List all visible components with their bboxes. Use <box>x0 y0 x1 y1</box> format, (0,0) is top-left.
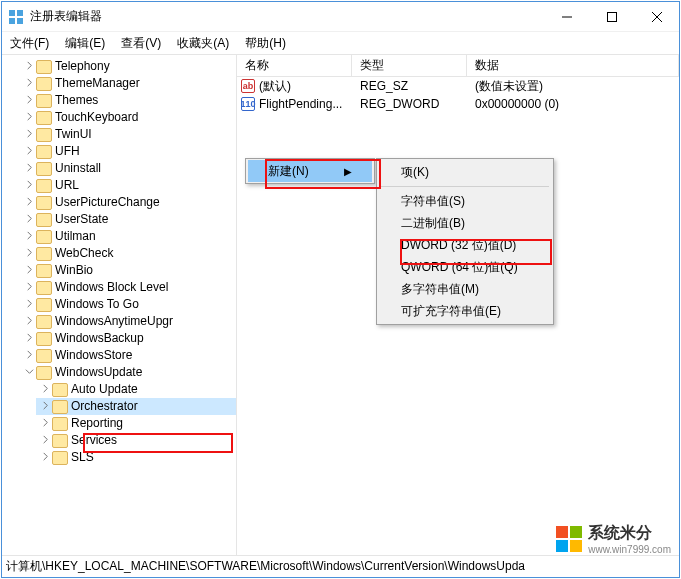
chevron-right-icon[interactable] <box>38 381 52 398</box>
tree-node[interactable]: WindowsAnytimeUpgr <box>20 313 236 330</box>
reg-value-icon: ab <box>241 79 255 93</box>
chevron-right-icon[interactable] <box>22 194 36 211</box>
folder-icon <box>36 60 52 74</box>
menu-item-string[interactable]: 字符串值(S) <box>379 190 551 212</box>
tree-node[interactable]: WebCheck <box>20 245 236 262</box>
chevron-right-icon[interactable] <box>22 347 36 364</box>
chevron-right-icon[interactable] <box>38 432 52 449</box>
chevron-right-icon[interactable] <box>22 245 36 262</box>
tree-node[interactable]: Themes <box>20 92 236 109</box>
menu-separator <box>381 186 549 187</box>
chevron-right-icon[interactable] <box>22 228 36 245</box>
chevron-right-icon[interactable] <box>22 109 36 126</box>
tree-node[interactable]: TouchKeyboard <box>20 109 236 126</box>
menu-item-label: 新建(N) <box>268 163 309 180</box>
tree-node[interactable]: URL <box>20 177 236 194</box>
tree-label: ThemeManager <box>55 75 140 92</box>
tree-pane[interactable]: TelephonyThemeManagerThemesTouchKeyboard… <box>2 55 237 555</box>
chevron-right-icon[interactable] <box>22 75 36 92</box>
svg-rect-2 <box>9 18 15 24</box>
chevron-right-icon[interactable] <box>22 330 36 347</box>
chevron-right-icon[interactable] <box>22 92 36 109</box>
value-name: (默认) <box>259 78 291 95</box>
tree-node[interactable]: Utilman <box>20 228 236 245</box>
tree-node[interactable]: TwinUI <box>20 126 236 143</box>
chevron-right-icon[interactable] <box>22 177 36 194</box>
list-pane[interactable]: 名称 类型 数据 ab(默认)REG_SZ(数值未设置)110FlightPen… <box>237 55 679 555</box>
list-header: 名称 类型 数据 <box>237 55 679 77</box>
folder-icon <box>36 94 52 108</box>
tree-node[interactable]: WindowsBackup <box>20 330 236 347</box>
chevron-right-icon[interactable] <box>22 313 36 330</box>
tree-label: UserState <box>55 211 108 228</box>
svg-rect-1 <box>17 10 23 16</box>
close-button[interactable] <box>634 2 679 31</box>
tree-label: Auto Update <box>71 381 138 398</box>
tree-label: WindowsAnytimeUpgr <box>55 313 173 330</box>
chevron-right-icon: ▶ <box>344 166 352 177</box>
chevron-right-icon[interactable] <box>38 398 52 415</box>
chevron-right-icon[interactable] <box>22 58 36 75</box>
menu-help[interactable]: 帮助(H) <box>243 33 288 54</box>
tree-label: SLS <box>71 449 94 466</box>
maximize-button[interactable] <box>589 2 634 31</box>
menu-edit[interactable]: 编辑(E) <box>63 33 107 54</box>
tree-node[interactable]: UFH <box>20 143 236 160</box>
tree-node[interactable]: Windows To Go <box>20 296 236 313</box>
menu-item-new[interactable]: 新建(N) ▶ <box>246 159 374 183</box>
chevron-right-icon[interactable] <box>38 449 52 466</box>
folder-icon <box>36 315 52 329</box>
tree-node[interactable]: Orchestrator <box>36 398 236 415</box>
tree-node[interactable]: SLS <box>36 449 236 466</box>
menu-item-key[interactable]: 项(K) <box>379 161 551 183</box>
menu-favorites[interactable]: 收藏夹(A) <box>175 33 231 54</box>
chevron-right-icon[interactable] <box>22 279 36 296</box>
tree-node[interactable]: ThemeManager <box>20 75 236 92</box>
tree-label: WinBio <box>55 262 93 279</box>
menu-item-expandstring[interactable]: 可扩充字符串值(E) <box>379 300 551 322</box>
folder-icon <box>36 349 52 363</box>
chevron-down-icon[interactable] <box>22 364 36 381</box>
folder-icon <box>52 400 68 414</box>
svg-rect-0 <box>9 10 15 16</box>
tree-node[interactable]: WinBio <box>20 262 236 279</box>
chevron-right-icon[interactable] <box>22 211 36 228</box>
tree-node[interactable]: UserPictureChange <box>20 194 236 211</box>
chevron-right-icon[interactable] <box>22 262 36 279</box>
menu-view[interactable]: 查看(V) <box>119 33 163 54</box>
tree-node-windowsupdate[interactable]: WindowsUpdate <box>20 364 236 381</box>
tree-node[interactable]: UserState <box>20 211 236 228</box>
tree-label: WebCheck <box>55 245 113 262</box>
folder-icon <box>36 298 52 312</box>
menu-item-multistring[interactable]: 多字符串值(M) <box>379 278 551 300</box>
tree-node[interactable]: Reporting <box>36 415 236 432</box>
tree-node[interactable]: WindowsStore <box>20 347 236 364</box>
tree-node[interactable]: Auto Update <box>36 381 236 398</box>
list-row[interactable]: ab(默认)REG_SZ(数值未设置) <box>237 77 679 95</box>
chevron-right-icon[interactable] <box>38 415 52 432</box>
tree-node[interactable]: Uninstall <box>20 160 236 177</box>
value-type: REG_DWORD <box>352 97 467 111</box>
list-row[interactable]: 110FlightPending...REG_DWORD0x00000000 (… <box>237 95 679 113</box>
statusbar: 计算机\HKEY_LOCAL_MACHINE\SOFTWARE\Microsof… <box>2 555 679 577</box>
tree-node[interactable]: Telephony <box>20 58 236 75</box>
tree-label: Telephony <box>55 58 110 75</box>
folder-icon <box>36 77 52 91</box>
header-data[interactable]: 数据 <box>467 55 679 76</box>
folder-icon <box>36 145 52 159</box>
menu-item-dword[interactable]: DWORD (32 位)值(D) <box>379 234 551 256</box>
tree-node[interactable]: Services <box>36 432 236 449</box>
minimize-button[interactable] <box>544 2 589 31</box>
chevron-right-icon[interactable] <box>22 126 36 143</box>
folder-icon <box>36 281 52 295</box>
tree-node[interactable]: Windows Block Level <box>20 279 236 296</box>
chevron-right-icon[interactable] <box>22 296 36 313</box>
menu-item-binary[interactable]: 二进制值(B) <box>379 212 551 234</box>
chevron-right-icon[interactable] <box>22 143 36 160</box>
header-type[interactable]: 类型 <box>352 55 467 76</box>
menu-item-qword[interactable]: QWORD (64 位)值(Q) <box>379 256 551 278</box>
header-name[interactable]: 名称 <box>237 55 352 76</box>
menu-file[interactable]: 文件(F) <box>8 33 51 54</box>
folder-icon <box>36 230 52 244</box>
chevron-right-icon[interactable] <box>22 160 36 177</box>
